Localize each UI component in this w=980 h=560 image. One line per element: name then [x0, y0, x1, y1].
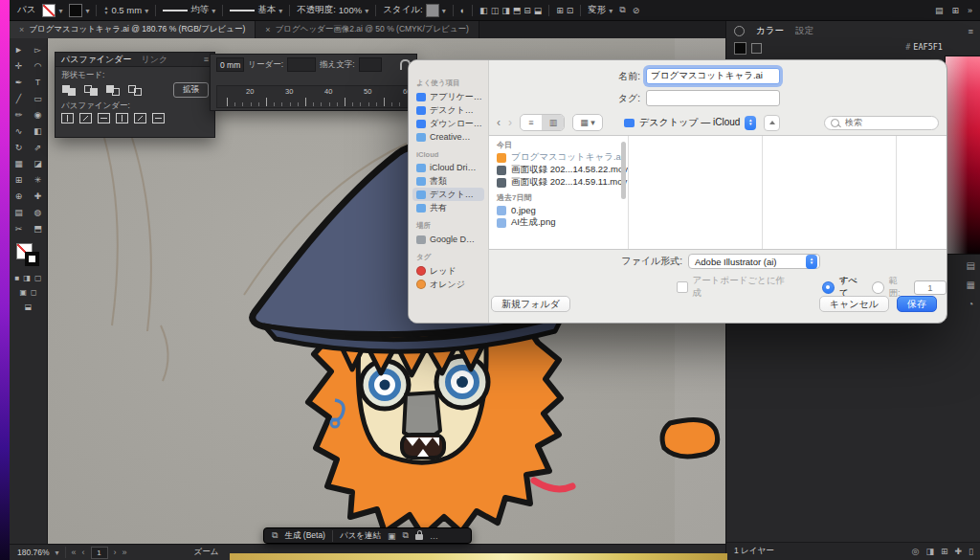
hex-value[interactable]: EAF5F1: [913, 42, 943, 52]
sidebar-tag-item[interactable]: レッド: [412, 264, 484, 278]
fill-color-swatch[interactable]: [42, 4, 56, 17]
tool-button[interactable]: ✏: [11, 107, 27, 122]
width-profile-value[interactable]: 均等: [190, 4, 209, 16]
align-center-icon[interactable]: ◫: [491, 6, 500, 15]
panel-menu-icon[interactable]: ≡: [968, 26, 973, 36]
align-bottom-icon[interactable]: ⬓: [534, 6, 543, 15]
gradient-mode-icon[interactable]: ◨: [23, 274, 31, 282]
last-artboard-icon[interactable]: »: [122, 548, 127, 557]
stroke-stepper-icon[interactable]: ▲▼: [103, 6, 108, 15]
stroke-color-swatch[interactable]: [69, 4, 82, 17]
transform-label[interactable]: 変形: [588, 4, 606, 16]
minus-front-button[interactable]: [83, 84, 100, 97]
unite-button[interactable]: [61, 84, 78, 97]
tool-button[interactable]: ◧: [31, 123, 46, 138]
stroke-indicator-swatch[interactable]: [25, 252, 39, 266]
new-folder-button[interactable]: 新規フォルダ: [491, 296, 570, 312]
range-input[interactable]: [914, 280, 947, 295]
locate-object-icon[interactable]: ◎: [912, 547, 920, 556]
more-options-icon[interactable]: …: [430, 531, 438, 541]
intersect-button[interactable]: [105, 84, 122, 97]
make-mask-icon[interactable]: ◨: [925, 547, 934, 556]
screen-mode-icon[interactable]: ⬓: [25, 302, 33, 311]
tool-button[interactable]: ↻: [11, 140, 27, 154]
panel-grid-icon[interactable]: ⊞: [951, 6, 959, 15]
exclude-button[interactable]: [127, 84, 144, 97]
tool-button[interactable]: ▭: [31, 91, 46, 105]
tool-button[interactable]: ⬒: [31, 221, 46, 235]
isolate-icon[interactable]: ⊘: [633, 6, 640, 15]
tab-settings[interactable]: 設定: [795, 25, 813, 37]
profile-caret-icon[interactable]: [212, 5, 215, 15]
document-tab[interactable]: × ブログマスコットキャラ.ai @ 180.76 % (RGB/プレビュー): [10, 21, 256, 38]
draw-behind-icon[interactable]: ◻: [31, 288, 37, 297]
style-control[interactable]: スタイル:: [383, 4, 446, 17]
tool-button[interactable]: ⊞: [11, 172, 27, 187]
save-button[interactable]: 保存: [897, 296, 937, 312]
search-field[interactable]: [824, 116, 939, 130]
back-button[interactable]: ‹: [497, 116, 501, 129]
overflow-icon[interactable]: »: [968, 6, 972, 15]
tab-position-field[interactable]: 0 mm: [216, 57, 244, 72]
location-popup[interactable]: デスクトップ — iCloud ▲▼: [624, 116, 756, 130]
brushes-panel-icon[interactable]: ▦: [967, 280, 975, 290]
sidebar-item[interactable]: 共有: [412, 201, 484, 214]
recolor-artwork-icon[interactable]: ◐: [460, 6, 465, 15]
workspace-icon[interactable]: ▤: [935, 6, 944, 15]
search-input[interactable]: [843, 117, 933, 128]
stroke-caret-icon[interactable]: [85, 5, 89, 15]
arrange-icon[interactable]: ⧉: [403, 530, 409, 541]
tab-color[interactable]: カラー: [756, 25, 784, 37]
tool-button[interactable]: ◍: [31, 205, 46, 219]
prev-artboard-icon[interactable]: ‹: [82, 548, 85, 557]
distribute-v-icon[interactable]: ⊡: [567, 6, 574, 15]
artboard-number-field[interactable]: 1: [91, 547, 108, 559]
new-sublayer-icon[interactable]: ⊞: [941, 547, 948, 556]
sidebar-item[interactable]: iCloud Dri…: [412, 161, 484, 174]
first-artboard-icon[interactable]: «: [72, 548, 77, 557]
width-profile-control[interactable]: 均等: [163, 4, 215, 16]
tool-button[interactable]: ⊕: [11, 189, 27, 203]
active-color-swatch[interactable]: [734, 42, 746, 55]
range-radio[interactable]: [872, 281, 884, 294]
symbols-panel-icon[interactable]: ◔: [968, 299, 973, 309]
file-browser[interactable]: 今日 ブログマスコットキャラ.ai 画面収録 202...14.58.22.mo…: [489, 135, 947, 250]
popup-stepper-icon[interactable]: ▲▼: [745, 116, 756, 130]
group-view-icon[interactable]: ▦ ▾: [573, 115, 602, 130]
zoom-level[interactable]: 180.76%: [17, 548, 50, 557]
fill-stroke-indicator[interactable]: [16, 243, 41, 268]
sidebar-item[interactable]: 書類: [412, 174, 484, 188]
tool-button[interactable]: ◉: [31, 107, 46, 122]
divide-button[interactable]: [61, 113, 74, 123]
delete-layer-icon[interactable]: ▯: [969, 547, 973, 556]
generate-button[interactable]: 生成 (Beta): [284, 530, 325, 542]
align-char-field[interactable]: [359, 57, 382, 72]
cancel-button[interactable]: キャンセル: [819, 296, 889, 312]
sidebar-item[interactable]: ダウンロー…: [412, 117, 484, 130]
stroke-weight-value[interactable]: 0.5 mm: [111, 5, 142, 15]
tool-button[interactable]: ◠: [31, 58, 46, 73]
tool-button[interactable]: ✂: [11, 221, 27, 235]
style-caret-icon[interactable]: [442, 5, 446, 15]
shear-icon[interactable]: ⧉: [619, 5, 625, 15]
format-popup[interactable]: Adobe Illustrator (ai) ▲▼: [688, 254, 820, 269]
leader-field[interactable]: [287, 57, 316, 72]
format-stepper-icon[interactable]: ▲▼: [806, 255, 817, 269]
tool-button[interactable]: ▤: [11, 205, 27, 219]
tool-button[interactable]: ▻: [31, 42, 46, 56]
tool-button[interactable]: ✛: [11, 58, 27, 73]
tool-button[interactable]: ✒: [11, 75, 27, 89]
align-top-icon[interactable]: ⬒: [513, 6, 522, 15]
tool-button[interactable]: ◪: [31, 156, 46, 170]
stroke-weight-control[interactable]: ▲▼ 0.5 mm: [103, 5, 148, 15]
merge-button[interactable]: [98, 113, 110, 123]
outline-button[interactable]: [134, 113, 146, 123]
brush-caret-icon[interactable]: [278, 5, 282, 15]
opacity-value[interactable]: 100%: [339, 5, 362, 15]
all-radio[interactable]: [822, 281, 835, 294]
list-view-icon[interactable]: ≡: [521, 115, 543, 130]
tab-close-icon[interactable]: ×: [265, 25, 270, 34]
tool-button[interactable]: ✚: [31, 189, 46, 203]
tool-button[interactable]: ⇗: [31, 140, 46, 154]
distribute-h-icon[interactable]: ⊞: [556, 6, 564, 15]
